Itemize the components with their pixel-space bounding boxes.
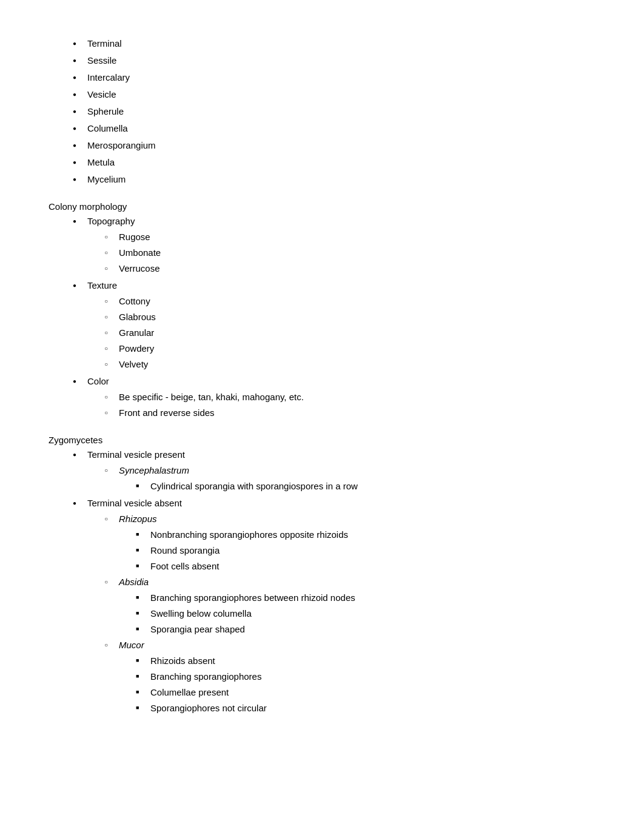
list-item: TextureCottonyGlabrousGranularPowderyVel… (73, 278, 595, 372)
colony-morphology-heading: Colony morphology (49, 201, 595, 212)
list-item: SyncephalastrumCylindrical sporangia wit… (104, 463, 595, 494)
list-item: Mycelium (73, 172, 595, 187)
list-item: Umbonate (104, 246, 595, 260)
list-item: AbsidiaBranching sporangiophores between… (104, 575, 595, 637)
list-item: Columella (73, 121, 595, 136)
list-item: Merosporangium (73, 138, 595, 153)
zygomycetes-list: Terminal vesicle presentSyncephalastrumC… (49, 448, 595, 716)
sub-list: RugoseUmbonateVerrucose (87, 230, 595, 276)
sub-sub-list: Nonbranching sporangiophores opposite rh… (119, 528, 595, 574)
list-item: RhizopusNonbranching sporangiophores opp… (104, 512, 595, 574)
list-item: Terminal (73, 36, 595, 51)
list-item: Cylindrical sporangia with sporangiospor… (136, 479, 595, 494)
sub-list: SyncephalastrumCylindrical sporangia wit… (87, 463, 595, 494)
list-item: Columellae present (136, 685, 595, 700)
list-item: MucorRhizoids absentBranching sporangiop… (104, 638, 595, 716)
list-item: Swelling below columella (136, 606, 595, 621)
zygomycetes-section: Zygomycetes Terminal vesicle presentSync… (49, 435, 595, 716)
list-item: Cottony (104, 294, 595, 309)
list-item: Branching sporangiophores between rhizoi… (136, 591, 595, 605)
list-item: Metula (73, 155, 595, 170)
list-item: Round sporangia (136, 543, 595, 558)
sub-sub-list: Branching sporangiophores between rhizoi… (119, 591, 595, 637)
list-item: Foot cells absent (136, 559, 595, 574)
sub-sub-list: Rhizoids absentBranching sporangiophores… (119, 654, 595, 716)
list-item: Granular (104, 326, 595, 340)
sub-list: RhizopusNonbranching sporangiophores opp… (87, 512, 595, 716)
sub-list: CottonyGlabrousGranularPowderyVelvety (87, 294, 595, 372)
list-item: Verrucose (104, 261, 595, 276)
list-item: Sporangia pear shaped (136, 622, 595, 637)
sub-list: Be specific - beige, tan, khaki, mahogan… (87, 390, 595, 420)
list-item: Vesicle (73, 87, 595, 102)
list-item: Intercalary (73, 70, 595, 85)
list-item: Sporangiophores not circular (136, 701, 595, 716)
list-item: Rhizoids absent (136, 654, 595, 668)
list-item: ColorBe specific - beige, tan, khaki, ma… (73, 374, 595, 420)
list-item: Powdery (104, 341, 595, 356)
top-bullet-list: TerminalSessileIntercalaryVesicleSpherul… (49, 36, 595, 187)
list-item: Spherule (73, 104, 595, 119)
colony-morphology-section: Colony morphology TopographyRugoseUmbona… (49, 201, 595, 420)
list-item: TopographyRugoseUmbonateVerrucose (73, 214, 595, 276)
list-item: Velvety (104, 357, 595, 372)
list-item: Terminal vesicle presentSyncephalastrumC… (73, 448, 595, 494)
sub-sub-list: Cylindrical sporangia with sporangiospor… (119, 479, 595, 494)
zygomycetes-heading: Zygomycetes (49, 435, 595, 445)
list-item: Be specific - beige, tan, khaki, mahogan… (104, 390, 595, 404)
list-item: Branching sporangiophores (136, 669, 595, 684)
list-item: Terminal vesicle absentRhizopusNonbranch… (73, 496, 595, 716)
list-item: Nonbranching sporangiophores opposite rh… (136, 528, 595, 542)
list-item: Glabrous (104, 310, 595, 324)
list-item: Front and reverse sides (104, 406, 595, 420)
colony-morphology-list: TopographyRugoseUmbonateVerrucoseTexture… (49, 214, 595, 420)
top-list: TerminalSessileIntercalaryVesicleSpherul… (49, 36, 595, 187)
list-item: Rugose (104, 230, 595, 244)
list-item: Sessile (73, 53, 595, 68)
